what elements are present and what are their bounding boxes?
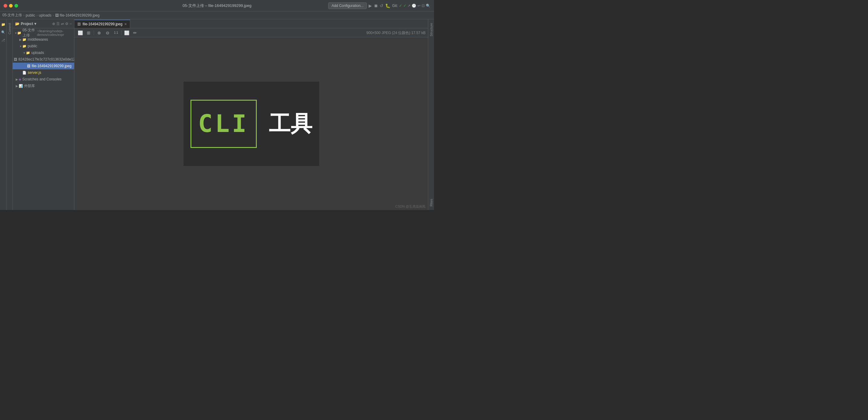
sidebar-folder-icon: 📂	[15, 22, 20, 26]
tree-item-file2[interactable]: 🖼 file-1649429199299.jpeg	[13, 63, 74, 69]
window-title: 05-文件上传 – file-1649429199299.jpeg	[183, 3, 251, 8]
breadcrumb-item-0[interactable]: 05-文件上传	[2, 13, 22, 18]
zoom-in-button[interactable]: ⊕	[96, 30, 102, 36]
tree-arrow-public: ▾	[19, 44, 22, 48]
maximize-button[interactable]	[14, 4, 18, 7]
tree-path-root: ~/learning/nodejs-demos/codes/expr	[37, 29, 73, 36]
tree-item-extlib[interactable]: ▶ 📊 外部库	[13, 83, 74, 89]
tree-item-middlewares[interactable]: ▶ 📁 middlewares	[13, 36, 74, 43]
git-window-icon[interactable]: ⊡	[422, 4, 425, 8]
sidebar-title-text: Project	[21, 22, 33, 26]
tree-label-public: public	[28, 44, 37, 48]
rites-label[interactable]: Rites	[429, 198, 434, 207]
structure-bar: Structure Rites	[428, 19, 434, 210]
edit-button[interactable]: ✏	[132, 30, 138, 36]
sidebar: 📂 Project ▾ ⊕ ☰ ⇌ ⚙ – ▾ 📁 05-文件上传 ~/lear…	[13, 19, 74, 210]
sidebar-content: ▾ 📁 05-文件上传 ~/learning/nodejs-demos/code…	[13, 28, 74, 210]
minimize-button[interactable]	[9, 4, 13, 7]
git-section: Git: ✓ ✓ ↗ 🕐 ↩ ⊡ 🔍	[392, 4, 430, 8]
folder-icon-middlewares: 📁	[22, 38, 27, 41]
file-icon-img2: 🖼	[27, 64, 30, 68]
git-check2-icon[interactable]: ✓	[403, 4, 406, 8]
lib-icon: 📊	[19, 84, 23, 88]
sidebar-collapse-icon[interactable]: ☰	[56, 22, 60, 26]
tree-item-file1[interactable]: 🖼 82428ec17fe3c727c013632e0de120cb.pr	[13, 56, 74, 63]
tree-item-public[interactable]: ▾ 📁 public	[13, 43, 74, 50]
zoom-1-1-button[interactable]: 1:1	[113, 30, 119, 36]
commit-label[interactable]: Commit	[7, 22, 12, 36]
run-toolbar: ▶ ⏹ ↺ 🐛	[369, 3, 390, 8]
sidebar-header: 📂 Project ▾ ⊕ ☰ ⇌ ⚙ –	[13, 19, 74, 28]
sidebar-close-icon[interactable]: –	[70, 22, 72, 26]
sidebar-dropdown-icon[interactable]: ▾	[34, 22, 36, 26]
tree-label-file1: 82428ec17fe3c727c013632e0de120cb.pr	[19, 57, 74, 61]
tree-arrow-root: ▾	[15, 31, 17, 35]
breadcrumb-item-3[interactable]: 🖼 file-1649429199299.jpeg	[55, 13, 99, 18]
file-icon-img1: 🖼	[14, 58, 17, 61]
toolbar-separator	[94, 30, 94, 35]
tree-item-serverjs[interactable]: 📄 server.js	[13, 69, 74, 76]
title-bar: 05-文件上传 – file-1649429199299.jpeg Add Co…	[0, 0, 434, 11]
debug-icon[interactable]: 🐛	[385, 3, 390, 8]
commit-bar: Commit	[7, 19, 13, 210]
sidebar-add-icon[interactable]: ⊕	[52, 22, 55, 26]
fit-page-button[interactable]: ⬜	[77, 30, 84, 36]
chinese-text: 工具	[269, 109, 312, 138]
actual-size-button[interactable]: ⊞	[85, 30, 92, 36]
stop-icon[interactable]: ⏹	[374, 3, 378, 8]
git-label: Git:	[392, 4, 398, 8]
tree-arrow-extlib: ▶	[15, 84, 19, 88]
zoom-out-button[interactable]: ⊖	[104, 30, 111, 36]
git-history-icon[interactable]: 🕐	[412, 4, 416, 8]
tab-file-icon: 🖼	[78, 22, 81, 26]
tree-label-serverjs: server.js	[28, 70, 41, 75]
content-top: 🖼 file-1649429199299.jpeg ✕ ⬜ ⊞ ⊕ ⊖ 1:1 …	[74, 19, 428, 37]
add-configuration-button[interactable]: Add Configuration...	[328, 2, 367, 9]
tree-arrow-scratches: ▶	[15, 77, 19, 81]
git-search-icon[interactable]: 🔍	[426, 4, 430, 8]
image-viewer: CLI 工具 CSDN @五虎战画苑	[74, 37, 428, 210]
git-push-icon[interactable]: ↗	[407, 4, 410, 8]
tab-close-button[interactable]: ✕	[124, 22, 127, 26]
sidebar-actions: ⊕ ☰ ⇌ ⚙ –	[52, 22, 72, 26]
tree-label-scratches: Scratches and Consoles	[22, 77, 61, 82]
title-bar-right: Add Configuration... ▶ ⏹ ↺ 🐛 Git: ✓ ✓ ↗ …	[328, 2, 430, 9]
main-layout: 📁 🔍 ⎇ Commit 📂 Project ▾ ⊕ ☰ ⇌ ⚙ –	[0, 19, 434, 210]
cli-text: CLI	[198, 110, 249, 138]
breadcrumb: 05-文件上传 › public › uploads › 🖼 file-1649…	[0, 11, 434, 19]
activity-git-icon[interactable]: ⎇	[1, 37, 6, 43]
fit-width-button[interactable]: ⬜	[123, 30, 130, 36]
tree-arrow-uploads: ▾	[22, 51, 26, 55]
cli-image-preview: CLI 工具	[184, 82, 319, 166]
tree-item-root[interactable]: ▾ 📁 05-文件上传 ~/learning/nodejs-demos/code…	[13, 30, 74, 36]
tree-label-uploads: uploads	[31, 51, 44, 55]
tree-item-uploads[interactable]: ▾ 📁 uploads	[13, 50, 74, 56]
file-icon-js: 📄	[22, 71, 27, 75]
tree-item-scratches[interactable]: ▶ ◈ Scratches and Consoles	[13, 76, 74, 83]
folder-icon-uploads: 📁	[26, 51, 30, 55]
tree-label-extlib: 外部库	[24, 84, 35, 89]
traffic-lights	[4, 4, 18, 7]
tab-file[interactable]: 🖼 file-1649429199299.jpeg ✕	[74, 20, 130, 28]
run-icon[interactable]: ▶	[369, 3, 372, 8]
git-check-icon[interactable]: ✓	[399, 4, 402, 8]
image-info: 900×500 JPEG (24 位颜色) 17.57 kB	[367, 28, 426, 37]
content-area: 🖼 file-1649429199299.jpeg ✕ ⬜ ⊞ ⊕ ⊖ 1:1 …	[74, 19, 428, 210]
tree-label-root: 05-文件上传	[23, 28, 36, 38]
activity-bar: 📁 🔍 ⎇	[0, 19, 7, 210]
activity-search-icon[interactable]: 🔍	[1, 30, 6, 35]
sidebar-split-icon[interactable]: ⇌	[61, 22, 64, 26]
activity-project-icon[interactable]: 📁	[1, 22, 6, 27]
folder-icon-root: 📁	[17, 31, 22, 35]
structure-label[interactable]: Structure	[429, 22, 434, 38]
tab-file-label: file-1649429199299.jpeg	[83, 22, 122, 26]
close-button[interactable]	[4, 4, 7, 7]
restart-icon[interactable]: ↺	[380, 3, 383, 8]
breadcrumb-item-2[interactable]: uploads	[39, 13, 52, 18]
folder-icon-public: 📁	[22, 44, 27, 48]
sidebar-settings-icon[interactable]: ⚙	[65, 22, 68, 26]
breadcrumb-item-1[interactable]: public	[26, 13, 35, 18]
tree-label-middlewares: middlewares	[28, 37, 48, 41]
tree-arrow-middlewares: ▶	[19, 38, 22, 41]
git-revert-icon[interactable]: ↩	[417, 4, 421, 8]
